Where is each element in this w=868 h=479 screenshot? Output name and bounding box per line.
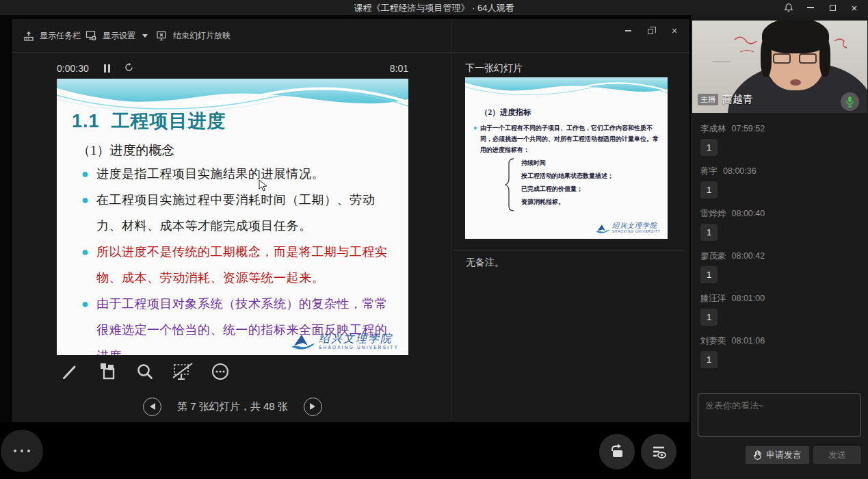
preview-brace-item: 已完成工程的价值量； bbox=[521, 183, 614, 196]
chat-message: 李成林07:59:52 1 bbox=[700, 123, 858, 156]
pen-icon bbox=[60, 362, 79, 381]
slide-bullet: ●在工程项目实施过程中要消耗时间（工期）、劳动力、材料、成本等才能完成项目任务。 bbox=[77, 187, 397, 239]
presenter-hair bbox=[761, 38, 772, 77]
presenter-role-badge: 主播 bbox=[698, 94, 718, 105]
university-logo-cn: 绍兴文理学院 bbox=[319, 333, 399, 344]
chat-time: 08:01:06 bbox=[732, 336, 765, 346]
chat-message: 廖茂豪08:00:42 1 bbox=[700, 250, 858, 283]
send-button[interactable]: 发送 bbox=[813, 446, 861, 464]
window-title: 课程《工程经济与项目管理》 · 64人观看 bbox=[0, 2, 868, 14]
presenter-hair bbox=[819, 38, 830, 77]
current-slide[interactable]: 1.1 工程项目进度 （1）进度的概念 ●进度是指工程项目实施结果的进展情况。 … bbox=[57, 79, 408, 355]
end-slideshow-button[interactable]: 结束幻灯片放映 bbox=[156, 30, 231, 42]
pause-button[interactable] bbox=[104, 64, 110, 73]
speaker-notes: 无备注。 bbox=[466, 257, 504, 269]
titlebar-close-button[interactable]: × bbox=[845, 0, 864, 15]
titlebar: 课程《工程经济与项目管理》 · 64人观看 × bbox=[0, 0, 868, 15]
university-logo-icon bbox=[596, 223, 609, 233]
laser-screen-button[interactable] bbox=[171, 360, 194, 383]
chat-author: 李成林 bbox=[700, 124, 726, 133]
chat-author: 滕汪洋 bbox=[700, 294, 726, 303]
slide-title: 1.1 工程项目进度 bbox=[72, 109, 226, 133]
bullet-dot-icon: ● bbox=[81, 161, 89, 187]
request-speak-label: 申请发言 bbox=[766, 449, 802, 461]
chat-bubble: 1 bbox=[700, 181, 718, 198]
preview-brace-item: 按工程活动的结果状态数量描述； bbox=[521, 170, 614, 183]
slide-bullet: ●所以进度不是传统的工期概念，而是将工期与工程实物、成本、劳动消耗、资源等统一起… bbox=[77, 239, 397, 291]
slide-sorter-icon bbox=[97, 361, 118, 382]
request-speak-button[interactable]: 申请发言 bbox=[746, 446, 809, 464]
more-options-button[interactable] bbox=[1, 430, 43, 472]
bullet-dot-icon: ● bbox=[81, 239, 89, 265]
mic-button[interactable] bbox=[841, 92, 859, 111]
chat-bubble: 1 bbox=[700, 224, 718, 241]
display-settings-label: 显示设置 bbox=[103, 30, 135, 42]
close-icon: × bbox=[852, 3, 858, 13]
chat-bubble: 1 bbox=[700, 139, 718, 156]
chat-bubble: 1 bbox=[700, 309, 718, 326]
presenter-video[interactable]: 主播 高越青 bbox=[692, 21, 867, 113]
university-logo-icon bbox=[291, 332, 315, 350]
chat-message: 蒋宇08:00:36 1 bbox=[700, 166, 858, 198]
titlebar-minimize-button[interactable] bbox=[801, 0, 820, 15]
app-root: 课程《工程经济与项目管理》 · 64人观看 × 显示任务栏 显示设置 bbox=[0, 0, 868, 479]
end-slideshow-icon bbox=[156, 30, 168, 42]
chat-bubble: 1 bbox=[700, 266, 718, 283]
annotation-toolbar bbox=[58, 360, 232, 383]
slideshow-window: 显示任务栏 显示设置 结束幻灯片放映 × 0 bbox=[12, 19, 689, 423]
previous-slide-button[interactable] bbox=[143, 398, 161, 416]
settings-icon bbox=[86, 30, 97, 42]
mic-icon bbox=[845, 96, 855, 107]
bell-icon-svg bbox=[784, 3, 793, 12]
brace-decoration bbox=[505, 158, 516, 211]
main-stage: 显示任务栏 显示设置 结束幻灯片放映 × 0 bbox=[0, 15, 689, 479]
mouse-cursor bbox=[259, 179, 267, 192]
chat-actions: 申请发言 发送 bbox=[691, 446, 868, 464]
titlebar-maximize-button[interactable] bbox=[823, 0, 842, 15]
chat-time: 08:01:00 bbox=[732, 294, 765, 303]
chat-time: 07:59:52 bbox=[732, 124, 765, 133]
maximize-icon bbox=[830, 5, 836, 11]
ellipsis-icon bbox=[210, 361, 231, 382]
toggle-list-view-button[interactable] bbox=[641, 434, 676, 469]
zoom-tool-button[interactable] bbox=[133, 360, 157, 383]
bell-icon[interactable] bbox=[779, 0, 798, 15]
timer-row: 0:00:30 8:01 bbox=[57, 61, 408, 76]
taskbar-icon bbox=[23, 31, 34, 42]
presenter-name: 高越青 bbox=[722, 93, 753, 106]
preview-brace-list: 持续时间 按工程活动的结果状态数量描述； 已完成工程的价值量； 资源消耗指标。 bbox=[521, 157, 614, 209]
chat-input[interactable] bbox=[698, 393, 861, 437]
preview-brace-item: 资源消耗指标。 bbox=[521, 196, 614, 209]
presenter-glasses bbox=[773, 53, 817, 64]
list-eye-icon bbox=[650, 443, 667, 460]
preview-brace-item: 持续时间 bbox=[521, 157, 614, 170]
presenter-tag: 主播 高越青 bbox=[698, 93, 753, 106]
swap-screen-icon bbox=[608, 443, 626, 461]
bullet-dot-icon: ● bbox=[473, 122, 477, 133]
clock-time: 8:01 bbox=[390, 63, 408, 74]
next-slide-button[interactable] bbox=[304, 398, 322, 416]
chat-time: 08:00:42 bbox=[732, 251, 765, 261]
show-taskbar-button[interactable]: 显示任务栏 bbox=[23, 30, 81, 42]
show-taskbar-label: 显示任务栏 bbox=[40, 30, 81, 42]
chat-time: 08:00:40 bbox=[732, 209, 765, 218]
next-slide-heading: 下一张幻灯片 bbox=[465, 62, 523, 75]
display-settings-button[interactable]: 显示设置 bbox=[86, 30, 148, 42]
laser-screen-icon bbox=[172, 361, 194, 382]
restart-timer-button[interactable] bbox=[124, 62, 134, 75]
bottom-control-bar bbox=[0, 422, 689, 479]
chat-message: 滕汪洋08:01:00 1 bbox=[700, 293, 858, 326]
chat-message: 刘妻奕08:01:06 1 bbox=[700, 335, 858, 368]
chat-author: 刘妻奕 bbox=[700, 336, 726, 346]
magnifier-icon bbox=[135, 362, 155, 381]
end-slideshow-label: 结束幻灯片放映 bbox=[173, 30, 231, 42]
pen-tool-button[interactable] bbox=[58, 360, 81, 383]
notes-divider bbox=[452, 250, 685, 251]
pause-icon bbox=[104, 64, 106, 73]
swap-screen-button[interactable] bbox=[599, 434, 635, 469]
university-logo: 绍兴文理学院 SHAOXING UNIVERSITY bbox=[596, 222, 661, 234]
slide-sorter-button[interactable] bbox=[96, 360, 119, 383]
next-slide-preview: （2）进度指标 ●由于一个工程有不同的子项目、工作包，它们工作内容和性质不同，必… bbox=[465, 77, 668, 239]
more-tools-button[interactable] bbox=[209, 360, 232, 383]
university-logo-en: SHAOXING UNIVERSITY bbox=[612, 231, 661, 234]
